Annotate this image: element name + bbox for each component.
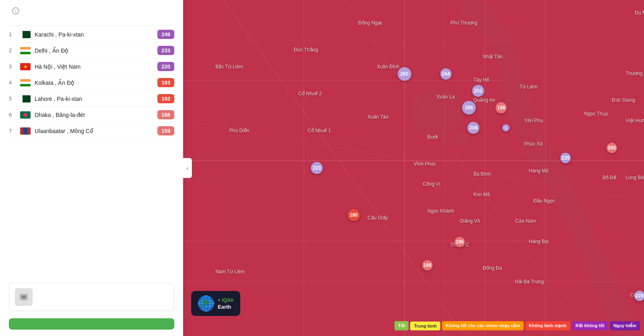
rank-number: 3 [9, 64, 20, 70]
city-name: Hà Nội , Việt Nam [35, 64, 138, 70]
legend-item: Trung bình [410, 322, 440, 330]
aqi-marker[interactable]: 208 [467, 122, 479, 134]
sensor-icon [18, 291, 29, 303]
svg-point-4 [451, 133, 471, 148]
legend-item: Tốt [394, 321, 409, 330]
flag-bangladesh [20, 111, 31, 119]
aqi-value: 159 [157, 126, 174, 135]
ranking-table-wrapper: 1 Karachi , Pa-ki-xtan 249 2 Delhi , Ấn … [0, 20, 183, 279]
rank-number: 4 [9, 80, 20, 86]
ranking-row[interactable]: 6 Dhaka , Băng-la-đét 166 [9, 107, 174, 123]
sidebar: i 1 Karachi , Pa-ki-xtan 249 2 Delhi , Ấ… [0, 0, 183, 336]
flag-pakistan [20, 31, 31, 38]
table-header [9, 20, 174, 26]
volunteer-banner[interactable] [9, 283, 174, 311]
city-name: Delhi , Ấn Độ [35, 47, 138, 54]
aqi-marker[interactable]: 223 [311, 162, 323, 174]
aqi-marker[interactable]: 200 [607, 143, 617, 153]
flag-pakistan [20, 95, 31, 102]
aqi-value: 220 [157, 62, 174, 71]
aqi-value: 249 [157, 30, 174, 39]
ranking-row[interactable]: 3 ★ Hà Nội , Việt Nam 220 [9, 59, 174, 75]
aqi-marker[interactable]: 244 [440, 68, 452, 80]
map-background [183, 0, 644, 336]
aqi-marker[interactable]: 220 [560, 153, 571, 163]
aqi-legend: TốtTrung bìnhKhông tốt cho các nhóm nhạy… [394, 321, 640, 330]
banner-icon [15, 288, 33, 306]
info-icon[interactable]: i [12, 7, 19, 14]
ranking-row[interactable]: 7 Ulaanbaatar , Mông Cổ 159 [9, 123, 174, 139]
svg-point-3 [409, 88, 465, 137]
legend-item: Rất không tốt [572, 321, 608, 330]
city-name: Lahore , Pa-ki-xtan [35, 96, 138, 102]
aqi-value: 193 [157, 78, 174, 87]
aqi-marker[interactable]: 166 [422, 260, 433, 270]
map-area[interactable]: ‹ Đồng NgạcPhú ThượngBắc Từ LiêmĐức Thắn… [183, 0, 644, 336]
view-full-ranking-button[interactable] [9, 318, 174, 330]
aqi-marker[interactable]: 1 [502, 124, 510, 131]
aqi-value: 233 [157, 46, 174, 55]
iqair-text: + IQAir Earth [218, 297, 234, 310]
legend-item: Nguy hiểm [610, 321, 640, 330]
rank-number: 1 [9, 31, 20, 37]
rank-number: 2 [9, 47, 20, 53]
aqi-marker[interactable]: 252 [472, 85, 484, 97]
svg-rect-1 [21, 295, 26, 299]
ranking-list: 1 Karachi , Pa-ki-xtan 249 2 Delhi , Ấn … [9, 27, 174, 139]
flag-mongolia [20, 127, 31, 135]
ranking-row[interactable]: 5 Lahore , Pa-ki-xtan 192 [9, 91, 174, 107]
rank-number: 5 [9, 96, 20, 102]
legend-item: Không tốt cho các nhóm nhạy cảm [442, 321, 524, 330]
aqi-marker[interactable]: 195 [454, 237, 465, 247]
ranking-row[interactable]: 1 Karachi , Pa-ki-xtan 249 [9, 27, 174, 43]
ranking-row[interactable]: 2 Delhi , Ấn Độ 233 [9, 43, 174, 59]
legend-item: Không lành mạnh [525, 321, 570, 330]
rank-number: 6 [9, 112, 20, 118]
aqi-value: 192 [157, 94, 174, 103]
city-name: Kolkata , Ấn Độ [35, 80, 138, 86]
ranking-row[interactable]: 4 Kolkata , Ấn Độ 193 [9, 75, 174, 91]
flag-india [20, 47, 31, 54]
sidebar-collapse-button[interactable]: ‹ [183, 158, 192, 178]
globe-icon [198, 295, 215, 312]
aqi-marker[interactable]: 286 [462, 101, 476, 115]
rank-number: 7 [9, 128, 20, 134]
svg-rect-2 [23, 300, 25, 301]
flag-india [20, 79, 31, 86]
iqair-logo[interactable]: + IQAir Earth [191, 291, 240, 316]
svg-line-11 [223, 0, 465, 336]
aqi-marker[interactable]: 220 [634, 291, 644, 301]
city-name: Karachi , Pa-ki-xtan [35, 31, 138, 38]
aqi-marker[interactable]: 198 [495, 102, 507, 113]
flag-vietnam: ★ [20, 63, 31, 70]
aqi-marker[interactable]: 260 [398, 67, 411, 81]
aqi-value: 166 [157, 110, 174, 119]
sidebar-header: i [0, 0, 183, 20]
city-name: Dhaka , Băng-la-đét [35, 112, 138, 118]
page-title: i [9, 7, 174, 14]
city-name: Ulaanbaatar , Mông Cổ [35, 128, 138, 134]
aqi-marker[interactable]: 180 [348, 209, 360, 221]
